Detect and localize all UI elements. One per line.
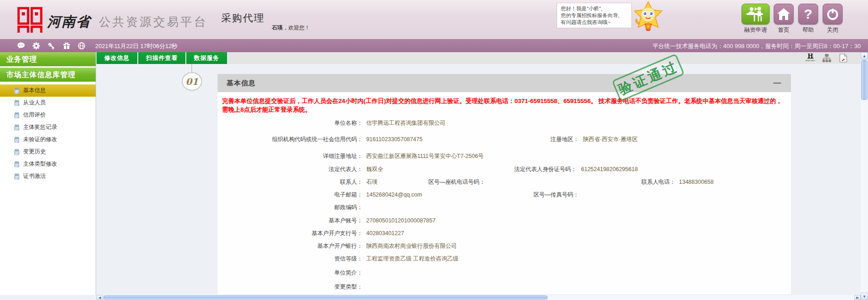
sidebar-item-基本信息[interactable]: 基本信息 xyxy=(0,84,96,97)
field-label: 区号—传真号码： xyxy=(218,192,579,198)
field-value: 陕西省·西安市·雁塔区 xyxy=(583,136,638,143)
assistant-bubble-line: 您好！我是"小桥", xyxy=(561,5,628,12)
field-value: 612524198206295618 xyxy=(581,166,638,172)
sidebar-item-未验证的修改[interactable]: 未验证的修改 xyxy=(0,133,96,146)
sidebar-item-label: 信用评价 xyxy=(23,111,46,119)
form-row: 详细注册地址：西安曲江新区雁展路1111号莱安中心T7-2506号 xyxy=(218,149,791,162)
sidebar-item-主体类型修改[interactable]: 主体类型修改 xyxy=(0,158,96,170)
sidebar-item-信用评价[interactable]: 信用评价 xyxy=(0,109,96,121)
form-row: 单位名称：信宇腾远工程咨询集团有限公司 xyxy=(218,117,791,129)
tab-扫描件查看[interactable]: 扫描件查看 xyxy=(138,52,186,64)
sitemap-icon[interactable] xyxy=(822,53,832,63)
field-label: 基本户账号： xyxy=(218,217,363,224)
sidebar-section-business[interactable]: 业务管理 xyxy=(0,52,96,66)
datetime-text: 2021年11月22日 17时06分12秒 xyxy=(95,42,178,50)
basic-info-panel: 完善本单位信息提交验证后，工作人员会在24小时内(工作日)对提交的信息进行网上验… xyxy=(218,92,791,294)
notepad-icon xyxy=(14,100,20,106)
section-number-badge: 01 xyxy=(182,72,202,91)
sidebar-item-label: 基本信息 xyxy=(23,87,46,94)
assistant-bubble-line: 有问题请点我咨询哦~ xyxy=(561,19,628,26)
vertical-scrollbar[interactable]: ▲ ▼ xyxy=(861,52,868,300)
svg-text:?: ? xyxy=(804,7,812,21)
sidebar-item-label: 变更历史 xyxy=(23,148,46,156)
field-value: 西安曲江新区雁展路1111号莱安中心T7-2506号 xyxy=(366,152,484,160)
field-label: 变更类型： xyxy=(218,284,363,290)
app-header: 河南省 公共资源交易平台 采购代理 石瑛，欢迎您！ 您好！我是"小桥",您的专属… xyxy=(0,0,868,39)
field-value: 信宇腾远工程咨询集团有限公司 xyxy=(366,119,446,127)
sidebar-item-label: 未验证的修改 xyxy=(23,136,57,143)
form-row: 单位简介： xyxy=(218,265,791,280)
role-title: 采购代理 xyxy=(221,11,265,25)
assistant-bubble[interactable]: 您好！我是"小桥",您的专属招投标服务向导,有问题请点我咨询哦~ xyxy=(557,3,632,28)
scroll-down-button[interactable]: ▼ xyxy=(861,293,868,300)
mascot-star-icon[interactable] xyxy=(632,1,664,32)
gift-icon[interactable] xyxy=(63,42,70,49)
globe-icon[interactable] xyxy=(78,42,85,49)
field-label: 单位名称： xyxy=(218,120,363,127)
scroll-up-button[interactable]: ▲ xyxy=(861,52,868,59)
tab-数据服务[interactable]: 数据服务 xyxy=(186,52,228,64)
notepad-icon xyxy=(14,112,20,118)
help-button[interactable]: ? xyxy=(798,4,818,25)
field-value: 工程监理资质乙级 工程造价咨询乙级 xyxy=(366,255,458,262)
financing-apply-button[interactable] xyxy=(742,4,770,25)
pdf-icon[interactable] xyxy=(838,53,848,63)
sidebar: 业务管理 市场主体信息库管理 基本信息从业人员信用评价主体奖惩记录未验证的修改变… xyxy=(0,52,96,295)
home-button[interactable] xyxy=(774,4,794,25)
field-label: 联系人电话： xyxy=(218,179,675,186)
field-value: 13488300658 xyxy=(679,179,713,185)
sidebar-item-label: 主体类型修改 xyxy=(23,160,57,168)
form-row: 法定代表人：魏双全法定代表人身份证号码：612524198206295618 xyxy=(218,162,791,176)
sidebar-item-从业人员[interactable]: 从业人员 xyxy=(0,97,96,109)
sidebar-item-主体奖惩记录[interactable]: 主体奖惩记录 xyxy=(0,121,96,133)
sidebar-item-label: 从业人员 xyxy=(23,99,46,107)
form-row: 变更类型： xyxy=(218,280,791,293)
notepad-icon xyxy=(14,88,20,94)
section-title: 基本信息 xyxy=(227,79,256,87)
horizontal-scrollbar[interactable]: ◀ ▶ xyxy=(97,295,861,300)
history-icon[interactable]: H HISTORY xyxy=(805,53,815,63)
form-row: 组织机构代码或统一社会信用代码：916110233057087475注册地区：陕… xyxy=(218,129,791,149)
province-title: 河南省 xyxy=(47,13,91,31)
scroll-right-button[interactable]: ▶ xyxy=(854,295,861,300)
section-header: 基本信息 — xyxy=(218,74,791,92)
sidebar-item-变更历史[interactable]: 变更历史 xyxy=(0,146,96,158)
field-value: 402803401227 xyxy=(366,230,404,236)
financing-apply-label: 融资申请 xyxy=(739,26,772,34)
tab-修改信息[interactable]: 修改信息 xyxy=(97,52,138,64)
sidebar-section-market-db[interactable]: 市场主体信息库管理 xyxy=(0,68,96,82)
sidebar-item-证书激活[interactable]: 证书激活 xyxy=(0,170,96,182)
collapse-button[interactable]: — xyxy=(773,74,781,92)
sidebar-menu: 基本信息从业人员信用评价主体奖惩记录未验证的修改变更历史主体类型修改证书激活 xyxy=(0,84,96,182)
form-row: 邮政编码： xyxy=(218,201,791,214)
field-label: 资信等级： xyxy=(218,255,363,262)
form-rows: 单位名称：信宇腾远工程咨询集团有限公司组织机构代码或统一社会信用代码：91611… xyxy=(218,117,791,293)
gear-icon[interactable] xyxy=(33,42,40,49)
comment-icon[interactable] xyxy=(17,42,25,49)
close-label: 关闭 xyxy=(820,26,845,34)
form-row: 联系人：石瑛区号—座机电话号码：联系人电话：13488300658 xyxy=(218,176,791,188)
form-row: 资信等级：工程监理资质乙级 工程造价咨询乙级 xyxy=(218,252,791,265)
sidebar-item-label: 证书激活 xyxy=(23,172,46,180)
assistant-bubble-line: 您的专属招投标服务向导, xyxy=(561,12,628,19)
henan-platform-logo-icon xyxy=(17,7,43,33)
vertical-scroll-thumb[interactable] xyxy=(861,60,868,100)
field-label: 详细注册地址： xyxy=(218,152,363,159)
platform-title: 公共资源交易平台 xyxy=(99,14,208,30)
notepad-icon xyxy=(14,137,20,143)
close-button[interactable] xyxy=(823,4,843,25)
key-icon[interactable] xyxy=(48,42,55,49)
home-label: 首页 xyxy=(771,26,796,34)
sidebar-item-label: 主体奖惩记录 xyxy=(23,123,57,131)
notepad-icon xyxy=(14,161,20,167)
field-label: 基本户开户支行号： xyxy=(218,230,363,237)
notepad-icon xyxy=(14,173,20,180)
horizontal-scroll-thumb[interactable] xyxy=(103,295,548,300)
field-value: 陕西商南农村商业银行股份有限公司 xyxy=(366,242,457,250)
form-row: 电子邮箱：1452680424@qq.com区号—传真号码： xyxy=(218,188,791,201)
scroll-left-button[interactable]: ◀ xyxy=(97,295,103,300)
form-row: 基本户开户银行：陕西商南农村商业银行股份有限公司 xyxy=(218,240,791,252)
notepad-icon xyxy=(14,124,20,131)
question-icon: ? xyxy=(801,7,815,21)
field-label: 注册地区： xyxy=(218,136,579,143)
